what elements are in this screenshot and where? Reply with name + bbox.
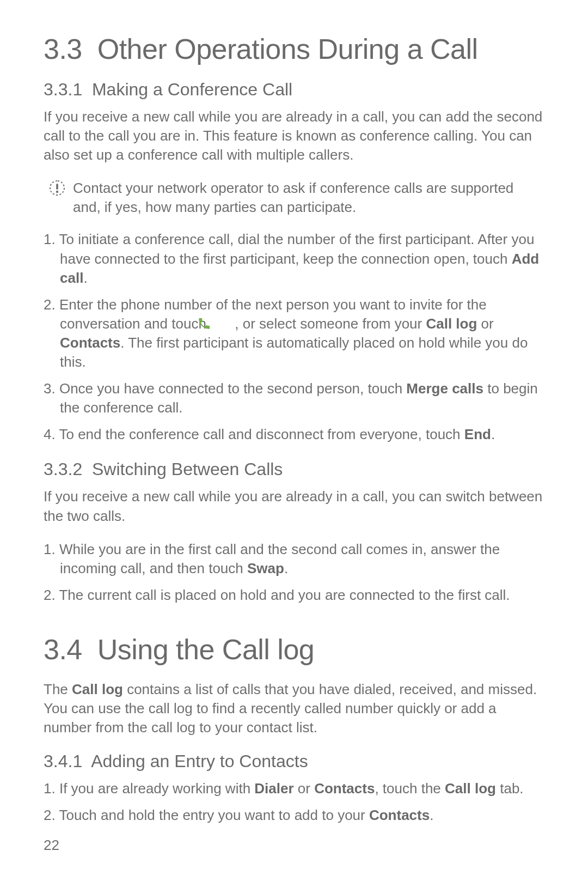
bold-contacts: Contacts [314,780,375,797]
subsection-number: 3.3.1 [44,80,82,99]
note-text: Contact your network operator to ask if … [73,179,544,217]
bold-swap: Swap [247,560,284,576]
section-number: 3.4 [44,634,82,665]
svg-rect-0 [56,184,58,190]
subsection-title: Switching Between Calls [92,459,283,479]
paragraph-intro-34: The Call log contains a list of calls th… [44,680,544,737]
step-item: Once you have connected to the second pe… [44,379,544,417]
document-page: 3.3 Other Operations During a Call 3.3.1… [0,0,588,881]
bold-end: End [464,426,491,442]
bold-merge-calls: Merge calls [406,380,483,397]
step-item: While you are in the first call and the … [44,540,544,578]
step-item: The current call is placed on hold and y… [44,586,544,605]
bold-call-log: Call log [72,681,123,697]
section-heading-3-3: 3.3 Other Operations During a Call [44,33,544,65]
step-item: If you are already working with Dialer o… [44,779,544,798]
step-item: To initiate a conference call, dial the … [44,230,544,287]
bold-dialer: Dialer [254,780,293,797]
step-item: Touch and hold the entry you want to add… [44,806,544,825]
bold-call-log: Call log [426,315,477,332]
steps-list-331: To initiate a conference call, dial the … [44,230,544,444]
page-number: 22 [44,837,59,854]
note-block: Contact your network operator to ask if … [44,179,544,217]
section-title: Other Operations During a Call [97,33,478,65]
phone-icon [213,317,228,331]
subsection-heading-3-3-1: 3.3.1 Making a Conference Call [44,80,544,100]
subsection-number: 3.3.2 [44,459,82,479]
section-number: 3.3 [44,33,82,65]
section-title: Using the Call log [97,634,315,665]
subsection-number: 3.4.1 [44,751,82,771]
section-heading-3-4: 3.4 Using the Call log [44,633,544,666]
bold-contacts: Contacts [60,335,120,351]
bold-call-log: Call log [445,780,496,797]
steps-list-341: If you are already working with Dialer o… [44,779,544,825]
steps-list-332: While you are in the first call and the … [44,540,544,605]
step-item: To end the conference call and disconnec… [44,425,544,444]
paragraph-intro-331: If you receive a new call while you are … [44,107,544,165]
bold-contacts: Contacts [369,807,430,823]
subsection-title: Adding an Entry to Contacts [91,751,308,771]
subsection-heading-3-3-2: 3.3.2 Switching Between Calls [44,459,544,479]
step-item: Enter the phone number of the next perso… [44,295,544,372]
alert-icon [49,180,65,198]
svg-point-1 [56,191,58,193]
paragraph-intro-332: If you receive a new call while you are … [44,487,544,525]
subsection-heading-3-4-1: 3.4.1 Adding an Entry to Contacts [44,751,544,771]
subsection-title: Making a Conference Call [92,80,292,99]
